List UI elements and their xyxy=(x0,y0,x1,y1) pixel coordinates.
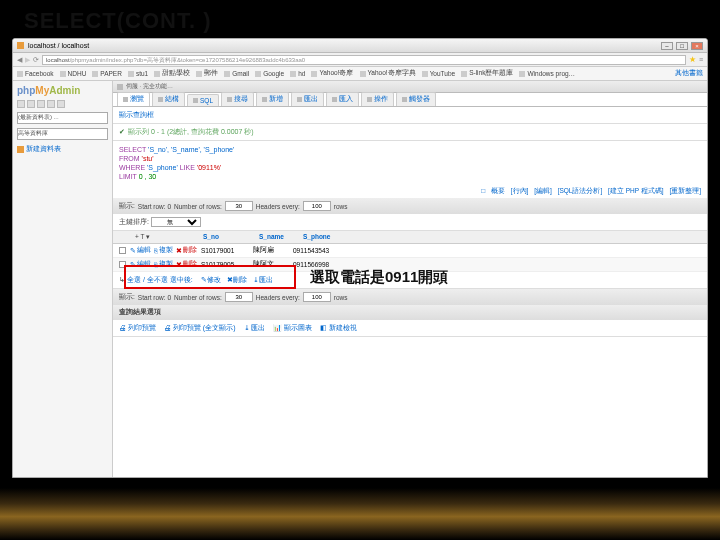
sql-action-explain[interactable]: [SQL語法分析] xyxy=(558,187,603,194)
row-copy[interactable]: ⎘複製 xyxy=(154,260,173,269)
close-button[interactable]: × xyxy=(691,42,703,50)
url-host: localhost xyxy=(46,57,70,63)
print-preview[interactable]: 🖨 列印預覽 xyxy=(119,323,156,333)
bookmark-item[interactable]: Yahoo!奇摩字典 xyxy=(360,69,416,78)
row-delete[interactable]: ✖刪除 xyxy=(176,246,197,255)
tab-structure[interactable]: 結構 xyxy=(152,92,185,106)
row-edit[interactable]: ✎編輯 xyxy=(130,246,151,255)
table-header: + T ▾ S_no S_name S_phone xyxy=(113,231,707,244)
bookmark-item[interactable]: 其他書籤 xyxy=(675,69,703,78)
col-sphone[interactable]: S_phone xyxy=(303,233,330,241)
tab-tracking[interactable]: 觸發器 xyxy=(396,92,436,106)
tab-import[interactable]: 匯入 xyxy=(326,92,359,106)
recent-tables-select[interactable]: (最新資料表) ... xyxy=(17,112,108,124)
show-label: 顯示: xyxy=(119,202,135,211)
bookmark-icon xyxy=(128,71,134,77)
home-icon[interactable] xyxy=(17,100,25,108)
bookmark-icon xyxy=(360,71,366,77)
tab-insert[interactable]: 新增 xyxy=(256,92,289,106)
export-link[interactable]: ⤓ 匯出 xyxy=(244,323,266,333)
url-input[interactable]: localhost/phpmyadmin/index.php?db=高等資料庫&… xyxy=(42,55,686,65)
bulk-delete[interactable]: ✖刪除 xyxy=(227,276,247,283)
bookmark-item[interactable]: YouTube xyxy=(422,70,456,77)
import-icon xyxy=(332,97,337,102)
bookmark-item[interactable]: hd xyxy=(290,70,305,77)
bookmark-item[interactable]: PAPER xyxy=(92,70,122,77)
cell-sname: 陳阿文 xyxy=(253,260,289,269)
bookmark-item[interactable]: Google xyxy=(255,70,284,77)
col-sname[interactable]: S_name xyxy=(259,233,295,241)
row-copy[interactable]: ⎘複製 xyxy=(154,246,173,255)
exit-icon[interactable] xyxy=(27,100,35,108)
create-view[interactable]: ◧ 新建檢視 xyxy=(320,323,357,333)
slide-title: SELECT(CONT. ) xyxy=(24,8,212,34)
reload-button[interactable]: ⟳ xyxy=(33,56,39,64)
row-actions: ✎編輯 ⎘複製 ✖刪除 xyxy=(130,246,197,255)
tab-sql[interactable]: SQL xyxy=(187,94,219,106)
sql-action-refresh[interactable]: [重新整理] xyxy=(669,187,701,194)
headers-input[interactable] xyxy=(303,201,331,211)
sidebar: phpMyAdmin (最新資料表) ... 高等資料庫 新建資料表 xyxy=(13,81,113,477)
maximize-button[interactable]: □ xyxy=(676,42,688,50)
bookmark-item[interactable]: stu1 xyxy=(128,70,148,77)
bookmark-icon xyxy=(461,71,467,77)
bookmark-icon xyxy=(290,71,296,77)
bookmark-item[interactable]: 郵件 xyxy=(196,69,218,78)
tab-browse[interactable]: 瀏覽 xyxy=(117,92,150,106)
new-table-icon xyxy=(17,146,24,153)
bulk-export[interactable]: ⤓匯出 xyxy=(253,276,273,283)
bookmark-icon xyxy=(519,71,525,77)
tab-operations[interactable]: 操作 xyxy=(361,92,394,106)
database-select[interactable]: 高等資料庫 xyxy=(17,128,108,140)
col-sno[interactable]: S_no xyxy=(203,233,251,241)
bookmark-icon xyxy=(60,71,66,77)
rows-input-bottom[interactable] xyxy=(225,292,253,302)
bookmark-icon xyxy=(17,71,23,77)
row-delete[interactable]: ✖刪除 xyxy=(176,260,197,269)
sql-action-profiling[interactable]: □ 概要 xyxy=(481,187,505,194)
result-message: ✔ 顯示列 0 - 1 (2總計, 查詢花費 0.0007 秒) xyxy=(113,124,707,141)
tab-title[interactable]: localhost / localhost xyxy=(28,42,89,49)
row-checkbox[interactable] xyxy=(119,247,126,254)
chart-link[interactable]: 📊 顯示圖表 xyxy=(273,323,312,333)
bookmark-item[interactable]: Gmail xyxy=(224,70,249,77)
operations-icon xyxy=(367,97,372,102)
bookmark-item[interactable]: S-link歷年題庫 xyxy=(461,69,513,78)
forward-button[interactable]: ▶ xyxy=(25,56,30,64)
tab-search[interactable]: 搜尋 xyxy=(221,92,254,106)
row-edit[interactable]: ✎編輯 xyxy=(130,260,151,269)
cell-sno: S10179005 xyxy=(201,261,249,268)
docs-icon[interactable] xyxy=(47,100,55,108)
bookmark-item[interactable]: Yahoo!奇摩 xyxy=(311,69,353,78)
sort-select[interactable]: 無 xyxy=(151,217,201,227)
bookmark-icon xyxy=(311,71,317,77)
minimize-button[interactable]: – xyxy=(661,42,673,50)
reload-icon[interactable] xyxy=(57,100,65,108)
success-icon: ✔ xyxy=(119,128,125,136)
tab-export[interactable]: 匯出 xyxy=(291,92,324,106)
bookmark-item[interactable]: NDHU xyxy=(60,70,87,77)
menu-icon[interactable]: ≡ xyxy=(699,56,703,63)
checkall-label[interactable]: 全選 / 全不選 選中後: xyxy=(127,276,193,283)
sql-icon[interactable] xyxy=(37,100,45,108)
bookmark-icon xyxy=(422,71,428,77)
sql-action-edit[interactable]: [編輯] xyxy=(534,187,552,194)
bulk-edit[interactable]: ✎修改 xyxy=(201,276,221,283)
tab-favicon xyxy=(17,42,24,49)
back-button[interactable]: ◀ xyxy=(17,56,22,64)
headers-input-bottom[interactable] xyxy=(303,292,331,302)
table-row: ✎編輯 ⎘複製 ✖刪除 S10179001 陳阿扁 0911543543 xyxy=(113,244,707,258)
row-checkbox[interactable] xyxy=(119,261,126,268)
sort-bar: 主鍵排序: 無 xyxy=(113,214,707,231)
bookmark-item[interactable]: Windows prog… xyxy=(519,70,575,77)
query-box-toggle[interactable]: 顯示查詢框 xyxy=(113,107,707,124)
new-table-link[interactable]: 新建資料表 xyxy=(17,144,108,154)
bookmark-item[interactable]: Facebook xyxy=(17,70,54,77)
sort-label: 主鍵排序: xyxy=(119,218,149,225)
bookmark-item[interactable]: 甜點學校 xyxy=(154,69,190,78)
bookmark-star-icon[interactable]: ★ xyxy=(689,55,696,64)
sql-action-inline[interactable]: [行內] xyxy=(511,187,529,194)
rows-input[interactable] xyxy=(225,201,253,211)
print-preview-full[interactable]: 🖨 列印預覽 (全文顯示) xyxy=(164,323,236,333)
sql-action-php[interactable]: [建立 PHP 程式碼] xyxy=(608,187,663,194)
